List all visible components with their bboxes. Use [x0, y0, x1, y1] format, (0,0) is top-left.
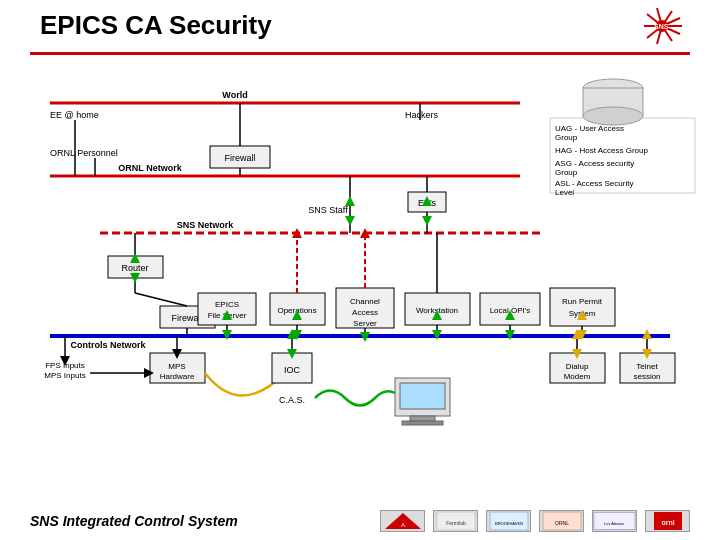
cas-label: C.A.S.	[279, 395, 305, 405]
svg-text:Run Permit: Run Permit	[562, 297, 603, 306]
footer-logos: A Fermilab BROOKHAVEN ORNL	[380, 510, 690, 532]
svg-marker-28	[422, 216, 432, 226]
svg-rect-94	[410, 416, 435, 421]
svg-text:Fermilab: Fermilab	[446, 520, 466, 526]
controls-network-label: Controls Network	[70, 340, 146, 350]
svg-text:Group: Group	[555, 133, 578, 142]
ee-home-label: EE @ home	[50, 110, 99, 120]
router-label: Router	[121, 263, 148, 273]
svg-text:MPS Inputs: MPS Inputs	[44, 371, 85, 380]
sns-staff-label: SNS Staff	[308, 205, 348, 215]
footer-logo-argonne: A	[380, 510, 425, 532]
footer-logo-fermilab: Fermilab	[433, 510, 478, 532]
footer-logo-ornl: ORNL	[539, 510, 584, 532]
footer-title: SNS Integrated Control System	[30, 513, 238, 529]
sns-network-label: SNS Network	[177, 220, 235, 230]
svg-text:ASL - Access Security: ASL - Access Security	[555, 179, 633, 188]
svg-text:A: A	[400, 522, 404, 528]
ornl-personnel-label: ORNL Personnel	[50, 148, 118, 158]
sns-logo: SNS	[620, 8, 690, 53]
svg-text:Telnet: Telnet	[636, 362, 658, 371]
firewall-top-label: Firewall	[224, 153, 255, 163]
svg-text:MPS: MPS	[168, 362, 185, 371]
svg-text:Los Alamos: Los Alamos	[604, 522, 624, 526]
svg-marker-23	[345, 216, 355, 226]
svg-text:IOC: IOC	[284, 365, 301, 375]
page-title: EPICS CA Security	[40, 10, 272, 41]
svg-text:Hardware: Hardware	[160, 372, 195, 381]
header-line	[30, 52, 690, 55]
svg-text:Server: Server	[353, 319, 377, 328]
svg-text:HAG - Host Access Group: HAG - Host Access Group	[555, 146, 648, 155]
footer-logo-brookhaven: BROOKHAVEN	[486, 510, 531, 532]
svg-text:ornl: ornl	[661, 519, 674, 526]
svg-rect-70	[550, 288, 615, 326]
svg-text:Group: Group	[555, 168, 578, 177]
footer-logo-lanl: Los Alamos	[592, 510, 637, 532]
page-container: EPICS CA Security SNS	[0, 0, 720, 540]
svg-rect-38	[198, 293, 256, 325]
world-label: World	[222, 90, 247, 100]
svg-text:ORNL: ORNL	[555, 520, 569, 526]
diagram-svg: World ORNL Network SNS Network Controls …	[20, 58, 700, 488]
footer-logo-ornl2: ornl	[645, 510, 690, 532]
svg-rect-95	[402, 421, 443, 425]
svg-text:Channel: Channel	[350, 297, 380, 306]
svg-text:session: session	[633, 372, 660, 381]
svg-line-36	[135, 293, 187, 306]
svg-marker-24	[345, 196, 355, 206]
svg-text:EPICS: EPICS	[215, 300, 239, 309]
hackers-label: Hackers	[405, 110, 439, 120]
svg-rect-93	[400, 383, 445, 409]
svg-text:Modem: Modem	[564, 372, 591, 381]
svg-text:ASG - Access security: ASG - Access security	[555, 159, 634, 168]
ornl-network-label: ORNL Network	[118, 163, 182, 173]
svg-text:Level: Level	[555, 188, 574, 197]
svg-text:SNS: SNS	[654, 23, 669, 30]
svg-text:Dialup: Dialup	[566, 362, 589, 371]
svg-point-117	[583, 107, 643, 125]
footer: SNS Integrated Control System A Fermilab…	[30, 510, 690, 532]
header: EPICS CA Security	[40, 10, 680, 41]
svg-text:Access: Access	[352, 308, 378, 317]
svg-text:BROOKHAVEN: BROOKHAVEN	[495, 521, 523, 526]
